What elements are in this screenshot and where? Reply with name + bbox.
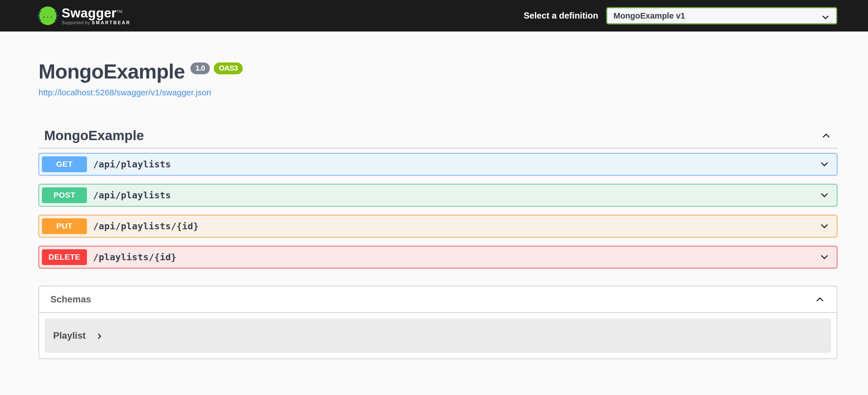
operation-path: /api/playlists xyxy=(93,190,819,201)
chevron-down-icon[interactable] xyxy=(819,251,830,263)
chevron-down-icon[interactable] xyxy=(819,220,830,232)
method-badge: PUT xyxy=(42,218,87,234)
schema-model-row[interactable]: Playlist xyxy=(45,318,831,353)
topbar: {...} SwaggerTM Supported bySMARTBEAR Se… xyxy=(0,0,868,31)
api-info: MongoExample 1.0 OAS3 http://localhost:5… xyxy=(38,61,837,97)
api-title-text: MongoExample xyxy=(38,61,185,82)
main-content: MongoExample 1.0 OAS3 http://localhost:5… xyxy=(38,61,837,387)
swagger-logo-icon: {...} xyxy=(38,6,57,25)
logo-tagline: Supported bySMARTBEAR xyxy=(62,20,130,25)
schemas-title: Schemas xyxy=(50,294,91,304)
chevron-up-icon[interactable] xyxy=(820,130,832,141)
tag-section-title: MongoExample xyxy=(44,129,144,142)
chevron-right-icon xyxy=(95,332,104,340)
select-definition-label: Select a definition xyxy=(524,11,598,21)
schemas-section: Schemas Playlist xyxy=(38,286,837,359)
chevron-down-icon[interactable] xyxy=(819,159,830,170)
logo-text-column: SwaggerTM Supported bySMARTBEAR xyxy=(62,6,130,25)
operation-row[interactable]: GET /api/playlists xyxy=(38,153,837,176)
operation-row[interactable]: POST /api/playlists xyxy=(38,184,837,207)
tag-section: MongoExample GET /api/playlists POST /ap… xyxy=(38,129,837,268)
method-badge: GET xyxy=(42,156,87,172)
schemas-body: Playlist xyxy=(39,313,837,358)
definition-select-value: MongoExample v1 xyxy=(614,11,685,21)
oas3-badge: OAS3 xyxy=(214,62,243,74)
version-badge: 1.0 xyxy=(190,62,210,74)
method-badge: DELETE xyxy=(42,249,87,265)
operations-list: GET /api/playlists POST /api/playlists P… xyxy=(38,149,837,268)
method-badge: POST xyxy=(42,187,87,203)
logo-brace-right: } xyxy=(54,10,60,21)
operation-row[interactable]: DELETE /playlists/{id} xyxy=(38,246,837,268)
chevron-down-icon xyxy=(820,12,831,22)
operation-row[interactable]: PUT /api/playlists/{id} xyxy=(38,215,837,238)
chevron-down-icon[interactable] xyxy=(819,190,830,201)
definition-select-wrap: Select a definition MongoExample v1 xyxy=(524,7,837,25)
logo-wordmark: SwaggerTM xyxy=(62,6,130,20)
definition-select[interactable]: MongoExample v1 xyxy=(606,7,837,25)
chevron-up-icon[interactable] xyxy=(814,294,826,305)
schema-model-name: Playlist xyxy=(53,330,86,341)
swagger-logo-link[interactable]: {...} SwaggerTM Supported bySMARTBEAR xyxy=(38,6,130,25)
topbar-inner: {...} SwaggerTM Supported bySMARTBEAR Se… xyxy=(38,0,837,31)
tag-section-header[interactable]: MongoExample xyxy=(38,129,837,149)
trademark-symbol: TM xyxy=(117,9,122,14)
logo-brace-left: { xyxy=(36,10,42,21)
operation-path: /api/playlists xyxy=(93,159,819,170)
operation-path: /api/playlists/{id} xyxy=(93,221,819,232)
operation-path: /playlists/{id} xyxy=(93,252,819,263)
schemas-header[interactable]: Schemas xyxy=(39,286,837,313)
logo-dots: ... xyxy=(42,12,53,19)
spec-url-link[interactable]: http://localhost:5268/swagger/v1/swagger… xyxy=(38,88,211,97)
page-title: MongoExample 1.0 OAS3 xyxy=(38,61,837,82)
smartbear-brand: SMARTBEAR xyxy=(92,20,130,25)
